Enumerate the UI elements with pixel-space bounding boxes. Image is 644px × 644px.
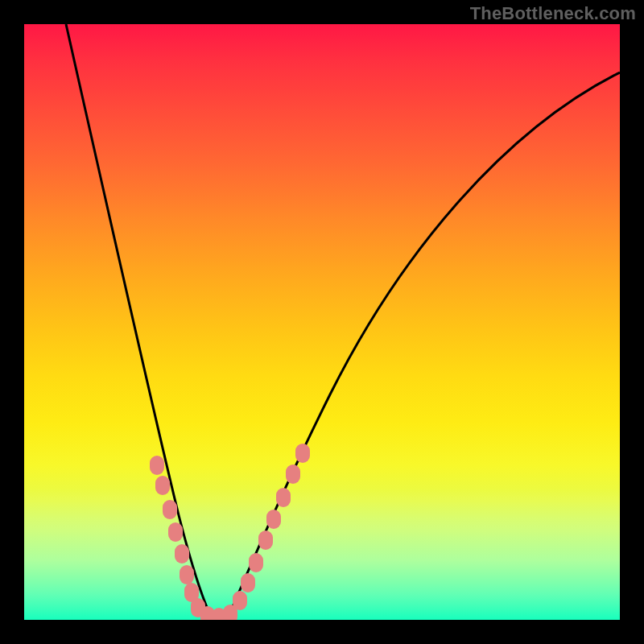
bead-r2	[241, 573, 255, 592]
watermark-text: TheBottleneck.com	[470, 3, 636, 24]
bead-r7	[286, 464, 300, 484]
bead-l4	[168, 522, 183, 542]
bead-r4	[258, 530, 273, 550]
bead-l3	[163, 500, 177, 519]
plot-frame	[24, 24, 620, 620]
bead-r1	[233, 591, 247, 610]
bead-layer	[24, 24, 620, 620]
bead-r5	[266, 510, 281, 529]
bead-r3	[249, 553, 263, 572]
bead-l1	[150, 456, 164, 475]
bead-l6	[180, 565, 194, 584]
bead-r8	[295, 444, 310, 463]
bead-r6	[276, 488, 291, 507]
bead-l2	[155, 476, 170, 495]
bead-l5	[175, 544, 189, 564]
